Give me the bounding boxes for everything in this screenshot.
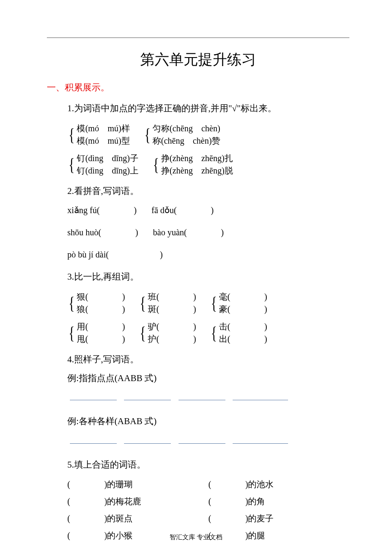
q3-line: 甩( )	[77, 333, 125, 345]
q3-prompt: 3.比一比,再组词。	[67, 269, 349, 285]
q3-line: 斑( )	[148, 303, 196, 315]
q3-group: { 驴( ) 护( )	[138, 321, 196, 345]
q1-line: 称(chēng chèn)赞	[153, 135, 220, 147]
q3-line: 护( )	[148, 333, 196, 345]
brace-icon: {	[144, 122, 150, 147]
q5-item: ( )的珊瑚	[67, 476, 208, 493]
q3-group: { 狠( ) 狼( )	[67, 291, 125, 315]
q2-item: fā dǒu( )	[152, 203, 214, 217]
q1-line: 钉(dìng dīng)子	[77, 152, 138, 165]
q5-item: ( )的角	[208, 493, 349, 510]
q3-line: 狠( )	[77, 291, 125, 303]
q5-item: ( )的斑点	[67, 510, 208, 527]
blank-line	[70, 392, 117, 401]
blank-line	[233, 435, 288, 444]
q3-groups: { 狠( ) 狼( ) { 班( ) 斑( )	[67, 288, 349, 348]
q1-group: { 模(mó mú)样 模(mó mú)型	[67, 122, 130, 147]
q1-line: 模(mó mú)样	[77, 122, 130, 135]
section-1-head: 一、积累展示。	[47, 81, 349, 93]
brace-icon: {	[140, 291, 146, 315]
q3-group: { 毫( ) 豪( )	[210, 291, 268, 315]
q3-line: 出( )	[219, 333, 267, 345]
q2-prompt: 2.看拼音,写词语。	[67, 184, 349, 199]
q3-group: { 用( ) 甩( )	[67, 321, 125, 345]
q5-item: ( )的麦子	[208, 510, 349, 527]
q3-line: 豪( )	[219, 303, 267, 315]
blank-line	[70, 435, 117, 444]
q1-group: { 钉(dìng dīng)子 钉(dìng dīng)上	[67, 152, 138, 177]
q4-ex2: 例:各种各样(ABAB 式)	[67, 414, 349, 429]
q4-blanks	[67, 390, 349, 405]
q1-group: { 挣(zhèng zhēng)扎 挣(zhèng zhēng)脱	[152, 152, 233, 177]
q3-group: { 击( ) 出( )	[210, 321, 268, 345]
q3-line: 班( )	[148, 291, 196, 303]
top-rule	[47, 38, 349, 38]
q3-line: 驴( )	[148, 321, 196, 333]
q1-groups: { 模(mó mú)样 模(mó mú)型 { 匀称(chēng chèn) 称…	[67, 120, 349, 179]
brace-icon: {	[69, 321, 75, 345]
q4-blanks	[67, 434, 349, 449]
q2-row: shōu huò( ) bào yuàn( )	[67, 225, 349, 240]
q2-row: pò bù jí dài( )	[67, 247, 349, 262]
q5-prompt: 5.填上合适的词语。	[67, 457, 349, 473]
blank-line	[179, 392, 225, 401]
q1-line: 钉(dìng dīng)上	[77, 165, 138, 177]
q5-item: ( )的池水	[208, 476, 349, 493]
blank-line	[179, 435, 225, 444]
brace-icon: {	[211, 291, 217, 315]
brace-icon: {	[140, 321, 146, 345]
q3-group: { 班( ) 斑( )	[138, 291, 196, 315]
q1-line: 挣(zhèng zhēng)扎	[161, 152, 233, 165]
q1-line: 匀称(chēng chèn)	[153, 122, 220, 135]
q3-line: 狼( )	[77, 303, 125, 315]
blank-line	[233, 392, 288, 401]
q3-line: 击( )	[219, 321, 267, 333]
q3-line: 毫( )	[219, 291, 267, 303]
page-title: 第六单元提升练习	[47, 50, 349, 69]
q3-line: 用( )	[77, 321, 125, 333]
blank-line	[124, 392, 171, 401]
brace-icon: {	[153, 152, 159, 177]
q1-line: 挣(zhèng zhēng)脱	[161, 165, 233, 177]
page-footer: 智汇文库 专业文档	[0, 533, 392, 541]
q4-ex1: 例:指指点点(AABB 式)	[67, 371, 349, 386]
blank-line	[124, 435, 171, 444]
q2-item: shōu huò( )	[67, 225, 138, 240]
q1-line: 模(mó mú)型	[77, 135, 130, 147]
section-1-body: 1.为词语中加点的字选择正确的拼音,并用"√"标出来。 { 模(mó mú)样 …	[47, 101, 349, 544]
q2-row: xiǎng fú( ) fā dǒu( )	[67, 203, 349, 217]
q1-group: { 匀称(chēng chèn) 称(chēng chèn)赞	[143, 122, 220, 147]
page: 第六单元提升练习 一、积累展示。 1.为词语中加点的字选择正确的拼音,并用"√"…	[0, 0, 392, 555]
brace-icon: {	[69, 152, 75, 177]
q4-prompt: 4.照样子,写词语。	[67, 352, 349, 367]
q2-item: pò bù jí dài( )	[67, 247, 163, 262]
brace-icon: {	[211, 321, 217, 345]
q5-item: ( )的梅花鹿	[67, 493, 208, 510]
brace-icon: {	[69, 122, 75, 147]
q2-item: bào yuàn( )	[153, 225, 224, 240]
brace-icon: {	[69, 291, 75, 315]
q2-item: xiǎng fú( )	[67, 203, 137, 217]
q1-prompt: 1.为词语中加点的字选择正确的拼音,并用"√"标出来。	[67, 101, 349, 116]
